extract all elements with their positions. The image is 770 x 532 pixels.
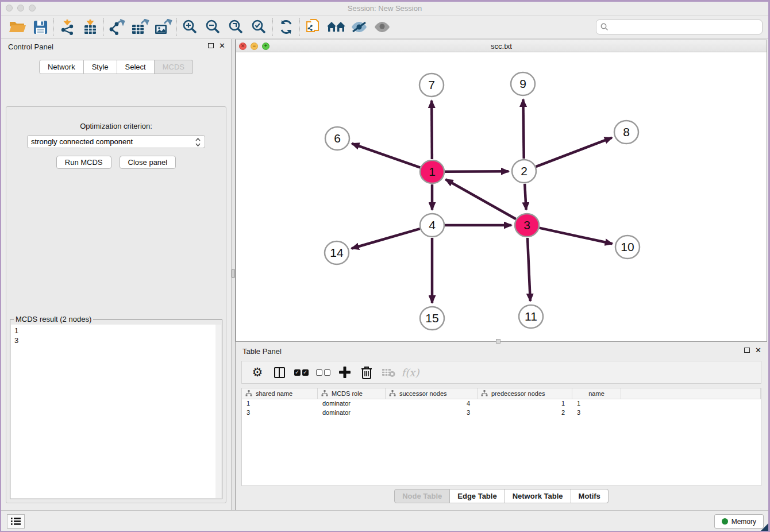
zoom-fit-icon[interactable] [225,18,248,36]
list-icon [10,516,21,526]
network-graph[interactable]: 7968124314101511 [236,52,767,341]
result-scrollbar[interactable] [215,325,221,498]
column-settings-icon[interactable] [268,363,290,382]
node-label-14: 14 [330,246,344,259]
node-label-7: 7 [428,78,435,91]
tab-mcds[interactable]: MCDS [155,60,193,74]
edge-3-1[interactable] [446,179,516,219]
edge-2-3[interactable] [525,184,526,210]
run-mcds-button[interactable]: Run MCDS [56,156,111,169]
table-body[interactable]: 1dominator4113dominator323 [242,399,761,418]
edge-4-14[interactable] [352,229,420,248]
tab-select[interactable]: Select [117,60,155,74]
column-header-filler [621,388,761,399]
select-all-columns-icon[interactable]: ✓✓ [290,363,312,382]
node-label-9: 9 [519,77,526,90]
search-field[interactable] [596,20,763,34]
deselect-all-columns-icon[interactable] [312,363,334,382]
search-icon [600,23,609,31]
clone-network-icon[interactable] [302,18,325,36]
gear-icon[interactable]: ⚙ [247,363,268,382]
edge-3-10[interactable] [539,228,612,244]
export-table-icon[interactable] [129,18,152,36]
node-label-11: 11 [525,310,537,323]
network-window-titlebar[interactable]: ✕ − + scc.txt [236,40,767,52]
column-header-MCDS-role[interactable]: MCDS role [318,388,386,399]
node-label-6: 6 [334,132,341,145]
mcds-result-title: MCDS result (2 nodes) [14,315,93,323]
export-image-icon[interactable] [152,18,175,36]
zoom-selected-icon[interactable] [248,18,271,36]
close-panel-icon[interactable]: ✕ [219,42,225,49]
zoom-in-icon[interactable] [179,18,202,36]
result-line: 1 [14,326,221,336]
import-table-icon[interactable] [79,18,102,36]
edge-3-11[interactable] [528,238,530,301]
tab-network-table[interactable]: Network Table [505,489,571,503]
cell-predecessor-nodes[interactable]: 1 [478,399,572,408]
home-layout-icon[interactable] [325,18,348,36]
edge-1-2[interactable] [445,171,509,172]
node-table[interactable]: shared nameMCDS rolesuccessor nodesprede… [241,388,761,486]
search-input[interactable] [611,23,762,31]
hide-selected-eye-icon[interactable] [348,18,371,36]
mcds-result-list[interactable]: 13 [11,325,221,498]
table-header-row[interactable]: shared nameMCDS rolesuccessor nodesprede… [242,388,761,399]
hierarchy-icon [321,390,328,398]
toolbar-separator [272,18,273,36]
panel-divider[interactable] [231,39,236,510]
float-table-panel-icon[interactable] [744,348,750,353]
column-header-shared-name[interactable]: shared name [242,388,318,399]
export-network-icon[interactable] [106,18,129,36]
zoom-out-icon[interactable] [202,18,225,36]
column-header-predecessor-nodes[interactable]: predecessor nodes [478,388,572,399]
add-column-icon[interactable] [334,363,356,382]
node-label-15: 15 [425,311,438,325]
tab-motifs[interactable]: Motifs [571,489,609,503]
cell-MCDS-role[interactable]: dominator [318,399,386,408]
close-table-panel-icon[interactable]: ✕ [755,346,761,354]
column-header-successor-nodes[interactable]: successor nodes [386,388,478,399]
float-panel-icon[interactable] [208,43,214,48]
dropdown-stepper-icon [195,137,201,149]
memory-label: Memory [732,518,756,526]
edge-1-7[interactable] [432,101,432,159]
cell-name[interactable]: 1 [572,399,621,408]
cell-successor-nodes[interactable]: 4 [386,399,478,408]
tab-style[interactable]: Style [84,60,117,74]
cell-MCDS-role[interactable]: dominator [318,408,386,418]
node-label-3: 3 [523,218,530,232]
network-canvas[interactable]: 7968124314101511 [236,52,767,341]
cell-name[interactable]: 3 [572,408,621,418]
network-resize-handle[interactable] [496,339,500,344]
import-network-icon[interactable] [56,18,79,36]
criterion-value: strongly connected component [31,137,133,146]
edge-2-9[interactable] [523,99,523,159]
table-row[interactable]: 3dominator323 [242,408,761,418]
table-row[interactable]: 1dominator411 [242,399,761,408]
edge-2-8[interactable] [536,138,612,167]
window-titlebar: Session: New Session [1,2,768,16]
save-icon[interactable] [29,18,52,36]
close-panel-button[interactable]: Close panel [120,156,176,169]
delete-column-icon[interactable] [356,363,378,382]
node-label-8: 8 [623,125,630,138]
main-toolbar [1,16,768,38]
open-folder-icon[interactable] [6,18,29,36]
cell-shared-name[interactable]: 3 [242,408,318,418]
criterion-dropdown[interactable]: strongly connected component [27,135,205,148]
tab-edge-table[interactable]: Edge Table [450,489,505,503]
memory-button[interactable]: Memory [714,514,764,529]
tab-node-table[interactable]: Node Table [394,489,450,503]
tab-network[interactable]: Network [39,60,84,74]
cell-successor-nodes[interactable]: 3 [386,408,478,418]
resize-grip-icon[interactable] [761,523,768,531]
cell-shared-name[interactable]: 1 [242,399,318,408]
divider-grip[interactable] [232,269,235,278]
column-header-name[interactable]: name [572,388,621,399]
edge-1-6[interactable] [352,144,420,168]
refresh-icon[interactable] [275,18,298,36]
task-history-button[interactable] [7,514,25,529]
show-all-eye-icon[interactable] [371,18,394,36]
cell-predecessor-nodes[interactable]: 2 [478,408,572,418]
